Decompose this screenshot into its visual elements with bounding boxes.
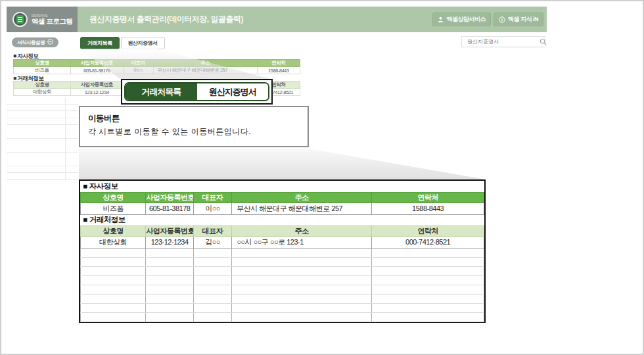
search-box (461, 36, 545, 47)
brand-text: bizforms 엑셀 프로그램 (32, 14, 72, 26)
callout-description: 각 시트별로 이동할 수 있는 이동버튼입니다. (88, 126, 300, 137)
guide-button[interactable]: 서식사용설명 (12, 37, 58, 47)
excel-consult-label: 엑셀상담서비스 (446, 15, 486, 24)
big-company-section-title: ■ 자사정보 (81, 181, 484, 192)
big-clients-section-title: ■ 거래처정보 (81, 214, 484, 225)
screenshot-canvas: bizforms 엑셀 프로그램 원산지증명서 출력관리(데이터저장, 일괄출력… (0, 0, 644, 355)
big-cell-client-ceo: 김○○ (193, 236, 231, 248)
cell-company-contact[interactable]: 1588-8443 (257, 67, 300, 74)
magnified-tabs-callout: 거래처목록 원산지증명서 (121, 79, 273, 105)
sheet-gridlines (7, 97, 78, 180)
magnified-tab-certificate: 원산지증명서 (197, 83, 269, 100)
big-col-name: 상호명 (81, 192, 146, 202)
big-cell-company-contact: 1588-8443 (372, 202, 484, 214)
big-cell-company-ceo: 이○○ (193, 202, 231, 214)
big-cell-client-contact: 000-7412-8521 (372, 236, 484, 248)
callout-title: 이동버튼 (88, 113, 300, 124)
big-col-ceo: 대표자 (193, 192, 231, 202)
search-icon[interactable] (540, 38, 547, 45)
big-empty-row (81, 257, 484, 266)
big-clients-header-row: 상호명 사업자등록번호 대표자 주소 연락처 (81, 225, 484, 236)
big-empty-row (81, 303, 484, 312)
big-cell-company-name: 비즈폼 (81, 202, 146, 214)
big-cell-client-address: ○○시 ○○구 ○○로 123-1 (232, 236, 372, 248)
big-col-address: 주소 (232, 192, 372, 202)
zoom-beam-table (79, 149, 486, 179)
cell-client-bizno[interactable]: 123-12-1234 (71, 89, 123, 96)
info-icon (499, 16, 505, 23)
callout-description-box: 이동버튼 각 시트별로 이동할 수 있는 이동버튼입니다. (79, 106, 309, 147)
big-empty-row (81, 285, 484, 294)
excel-consult-button[interactable]: 엑셀상담서비스 (432, 12, 491, 26)
bizforms-logo[interactable]: bizforms 엑셀 프로그램 (7, 7, 78, 32)
big-clients-data-row: 대한상회 123-12-1234 김○○ ○○시 ○○구 ○○로 123-1 0… (81, 236, 484, 248)
big-col-contact: 연락처 (372, 225, 484, 236)
big-col-address: 주소 (232, 225, 372, 236)
big-company-section-row: ■ 자사정보 (81, 181, 484, 192)
brand-name-label: 엑셀 프로그램 (32, 18, 72, 25)
big-empty-row (81, 275, 484, 285)
big-col-name: 상호명 (81, 225, 146, 236)
magnified-tabs-group: 거래처목록 원산지증명서 (124, 82, 269, 101)
magnified-sheet-table: ■ 자사정보 상호명 사업자등록번호 대표자 주소 연락처 비즈폼 605-81… (79, 179, 486, 323)
mini-col-name: 상호명 (14, 82, 71, 89)
big-clients-section-row: ■ 거래처정보 (81, 214, 484, 225)
excel-knowledge-button[interactable]: 엑셀 지식 iN (494, 12, 543, 26)
mini-col-bizno: 사업자등록번호 (71, 82, 123, 89)
sheet-gridline-vertical (65, 97, 66, 180)
mini-col-name: 상호명 (14, 60, 71, 67)
big-col-bizno: 사업자등록번호 (146, 192, 193, 202)
big-col-ceo: 대표자 (193, 225, 231, 236)
big-cell-client-name: 대한상회 (81, 236, 146, 248)
big-empty-row (81, 266, 484, 275)
guide-button-label: 서식사용설명 (17, 39, 45, 46)
minus-circle-icon (47, 39, 53, 46)
mini-col-contact: 연락처 (257, 60, 300, 67)
big-cell-client-bizno: 123-12-1234 (146, 236, 193, 248)
big-empty-row (81, 248, 484, 257)
tab-client-list[interactable]: 거래처목록 (80, 37, 120, 49)
cell-client-name[interactable]: 대한상회 (14, 89, 71, 96)
excel-logo-icon (12, 12, 28, 27)
tab-certificate[interactable]: 원산지증명서 (121, 37, 165, 49)
big-empty-row (81, 294, 484, 303)
excel-knowledge-label: 엑셀 지식 iN (508, 15, 538, 24)
search-input[interactable] (462, 39, 540, 45)
magnified-tab-client-list: 거래처목록 (126, 83, 197, 100)
header-buttons: 엑셀상담서비스 엑셀 지식 iN (432, 12, 543, 26)
page-title: 원산지증명서 출력관리(데이터저장, 일괄출력) (89, 14, 243, 25)
big-cell-company-address: 부산시 해운대구 해운대해변로 257 (232, 202, 372, 214)
big-cell-company-bizno: 605-81-38178 (146, 202, 193, 214)
big-col-contact: 연락처 (372, 192, 484, 202)
big-empty-row (81, 312, 484, 321)
app-header: bizforms 엑셀 프로그램 원산지증명서 출력관리(데이터저장, 일괄출력… (7, 7, 547, 32)
big-company-data-row: 비즈폼 605-81-38178 이○○ 부산시 해운대구 해운대해변로 257… (81, 202, 484, 214)
big-company-header-row: 상호명 사업자등록번호 대표자 주소 연락처 (81, 192, 484, 202)
sheet-tabs: 거래처목록 원산지증명서 (80, 37, 165, 49)
big-col-bizno: 사업자등록번호 (146, 225, 193, 236)
person-icon (438, 16, 444, 22)
cell-company-name[interactable]: 비즈폼 (14, 67, 71, 74)
